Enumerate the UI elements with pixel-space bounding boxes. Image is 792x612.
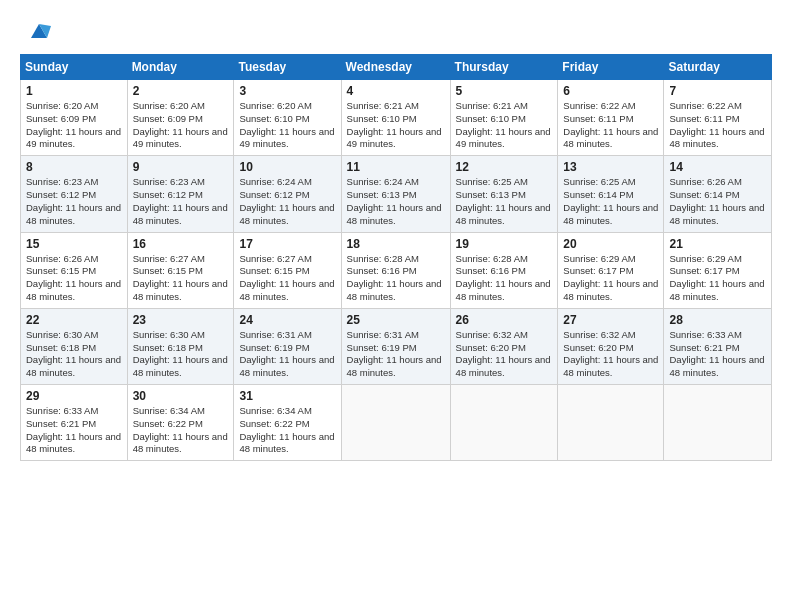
calendar-cell: 31Sunrise: 6:34 AMSunset: 6:22 PMDayligh… [234, 385, 341, 461]
day-number: 3 [239, 84, 335, 98]
calendar-cell: 7Sunrise: 6:22 AMSunset: 6:11 PMDaylight… [664, 80, 772, 156]
weekday-header-tuesday: Tuesday [234, 55, 341, 80]
day-number: 18 [347, 237, 445, 251]
day-info: Sunrise: 6:25 AMSunset: 6:14 PMDaylight:… [563, 176, 658, 227]
day-number: 22 [26, 313, 122, 327]
day-info: Sunrise: 6:23 AMSunset: 6:12 PMDaylight:… [133, 176, 229, 227]
calendar-cell: 4Sunrise: 6:21 AMSunset: 6:10 PMDaylight… [341, 80, 450, 156]
day-info: Sunrise: 6:29 AMSunset: 6:17 PMDaylight:… [563, 253, 658, 304]
day-number: 11 [347, 160, 445, 174]
weekday-header-wednesday: Wednesday [341, 55, 450, 80]
calendar-cell [558, 385, 664, 461]
day-info: Sunrise: 6:21 AMSunset: 6:10 PMDaylight:… [456, 100, 553, 151]
day-info: Sunrise: 6:20 AMSunset: 6:09 PMDaylight:… [133, 100, 229, 151]
day-number: 1 [26, 84, 122, 98]
day-info: Sunrise: 6:29 AMSunset: 6:17 PMDaylight:… [669, 253, 766, 304]
calendar-cell: 8Sunrise: 6:23 AMSunset: 6:12 PMDaylight… [21, 156, 128, 232]
calendar-cell: 19Sunrise: 6:28 AMSunset: 6:16 PMDayligh… [450, 232, 558, 308]
day-number: 29 [26, 389, 122, 403]
calendar-cell: 29Sunrise: 6:33 AMSunset: 6:21 PMDayligh… [21, 385, 128, 461]
day-number: 24 [239, 313, 335, 327]
day-info: Sunrise: 6:20 AMSunset: 6:10 PMDaylight:… [239, 100, 335, 151]
day-number: 21 [669, 237, 766, 251]
calendar-cell: 25Sunrise: 6:31 AMSunset: 6:19 PMDayligh… [341, 308, 450, 384]
day-number: 14 [669, 160, 766, 174]
calendar-cell: 23Sunrise: 6:30 AMSunset: 6:18 PMDayligh… [127, 308, 234, 384]
day-number: 17 [239, 237, 335, 251]
day-info: Sunrise: 6:34 AMSunset: 6:22 PMDaylight:… [239, 405, 335, 456]
calendar-cell: 24Sunrise: 6:31 AMSunset: 6:19 PMDayligh… [234, 308, 341, 384]
day-number: 12 [456, 160, 553, 174]
day-info: Sunrise: 6:33 AMSunset: 6:21 PMDaylight:… [26, 405, 122, 456]
weekday-header-row: SundayMondayTuesdayWednesdayThursdayFrid… [21, 55, 772, 80]
calendar: SundayMondayTuesdayWednesdayThursdayFrid… [20, 54, 772, 461]
calendar-cell: 6Sunrise: 6:22 AMSunset: 6:11 PMDaylight… [558, 80, 664, 156]
weekday-header-friday: Friday [558, 55, 664, 80]
header [20, 16, 772, 44]
day-info: Sunrise: 6:31 AMSunset: 6:19 PMDaylight:… [239, 329, 335, 380]
day-info: Sunrise: 6:23 AMSunset: 6:12 PMDaylight:… [26, 176, 122, 227]
calendar-cell: 12Sunrise: 6:25 AMSunset: 6:13 PMDayligh… [450, 156, 558, 232]
day-number: 7 [669, 84, 766, 98]
day-number: 27 [563, 313, 658, 327]
calendar-cell: 27Sunrise: 6:32 AMSunset: 6:20 PMDayligh… [558, 308, 664, 384]
day-number: 28 [669, 313, 766, 327]
day-info: Sunrise: 6:24 AMSunset: 6:12 PMDaylight:… [239, 176, 335, 227]
calendar-cell: 17Sunrise: 6:27 AMSunset: 6:15 PMDayligh… [234, 232, 341, 308]
calendar-cell: 14Sunrise: 6:26 AMSunset: 6:14 PMDayligh… [664, 156, 772, 232]
week-row-5: 29Sunrise: 6:33 AMSunset: 6:21 PMDayligh… [21, 385, 772, 461]
logo [20, 16, 53, 44]
calendar-cell: 1Sunrise: 6:20 AMSunset: 6:09 PMDaylight… [21, 80, 128, 156]
day-number: 30 [133, 389, 229, 403]
day-number: 2 [133, 84, 229, 98]
calendar-cell [664, 385, 772, 461]
calendar-cell: 11Sunrise: 6:24 AMSunset: 6:13 PMDayligh… [341, 156, 450, 232]
calendar-cell: 16Sunrise: 6:27 AMSunset: 6:15 PMDayligh… [127, 232, 234, 308]
day-info: Sunrise: 6:34 AMSunset: 6:22 PMDaylight:… [133, 405, 229, 456]
week-row-1: 1Sunrise: 6:20 AMSunset: 6:09 PMDaylight… [21, 80, 772, 156]
weekday-header-saturday: Saturday [664, 55, 772, 80]
calendar-cell: 15Sunrise: 6:26 AMSunset: 6:15 PMDayligh… [21, 232, 128, 308]
day-info: Sunrise: 6:28 AMSunset: 6:16 PMDaylight:… [456, 253, 553, 304]
calendar-cell: 13Sunrise: 6:25 AMSunset: 6:14 PMDayligh… [558, 156, 664, 232]
day-number: 19 [456, 237, 553, 251]
calendar-cell: 3Sunrise: 6:20 AMSunset: 6:10 PMDaylight… [234, 80, 341, 156]
calendar-cell: 2Sunrise: 6:20 AMSunset: 6:09 PMDaylight… [127, 80, 234, 156]
day-info: Sunrise: 6:22 AMSunset: 6:11 PMDaylight:… [563, 100, 658, 151]
day-info: Sunrise: 6:27 AMSunset: 6:15 PMDaylight:… [133, 253, 229, 304]
weekday-header-monday: Monday [127, 55, 234, 80]
day-info: Sunrise: 6:28 AMSunset: 6:16 PMDaylight:… [347, 253, 445, 304]
day-info: Sunrise: 6:32 AMSunset: 6:20 PMDaylight:… [456, 329, 553, 380]
day-info: Sunrise: 6:26 AMSunset: 6:14 PMDaylight:… [669, 176, 766, 227]
day-number: 16 [133, 237, 229, 251]
calendar-cell: 26Sunrise: 6:32 AMSunset: 6:20 PMDayligh… [450, 308, 558, 384]
calendar-cell: 28Sunrise: 6:33 AMSunset: 6:21 PMDayligh… [664, 308, 772, 384]
day-info: Sunrise: 6:26 AMSunset: 6:15 PMDaylight:… [26, 253, 122, 304]
logo-icon [25, 16, 53, 44]
day-number: 5 [456, 84, 553, 98]
weekday-header-sunday: Sunday [21, 55, 128, 80]
day-info: Sunrise: 6:27 AMSunset: 6:15 PMDaylight:… [239, 253, 335, 304]
day-number: 25 [347, 313, 445, 327]
day-number: 13 [563, 160, 658, 174]
day-number: 23 [133, 313, 229, 327]
calendar-cell: 5Sunrise: 6:21 AMSunset: 6:10 PMDaylight… [450, 80, 558, 156]
calendar-cell: 21Sunrise: 6:29 AMSunset: 6:17 PMDayligh… [664, 232, 772, 308]
calendar-cell: 18Sunrise: 6:28 AMSunset: 6:16 PMDayligh… [341, 232, 450, 308]
day-number: 8 [26, 160, 122, 174]
day-info: Sunrise: 6:30 AMSunset: 6:18 PMDaylight:… [26, 329, 122, 380]
calendar-cell [450, 385, 558, 461]
day-info: Sunrise: 6:21 AMSunset: 6:10 PMDaylight:… [347, 100, 445, 151]
calendar-cell [341, 385, 450, 461]
day-info: Sunrise: 6:30 AMSunset: 6:18 PMDaylight:… [133, 329, 229, 380]
day-info: Sunrise: 6:22 AMSunset: 6:11 PMDaylight:… [669, 100, 766, 151]
day-info: Sunrise: 6:20 AMSunset: 6:09 PMDaylight:… [26, 100, 122, 151]
week-row-4: 22Sunrise: 6:30 AMSunset: 6:18 PMDayligh… [21, 308, 772, 384]
day-number: 9 [133, 160, 229, 174]
day-info: Sunrise: 6:33 AMSunset: 6:21 PMDaylight:… [669, 329, 766, 380]
day-number: 10 [239, 160, 335, 174]
day-number: 15 [26, 237, 122, 251]
calendar-cell: 9Sunrise: 6:23 AMSunset: 6:12 PMDaylight… [127, 156, 234, 232]
day-info: Sunrise: 6:31 AMSunset: 6:19 PMDaylight:… [347, 329, 445, 380]
day-number: 4 [347, 84, 445, 98]
